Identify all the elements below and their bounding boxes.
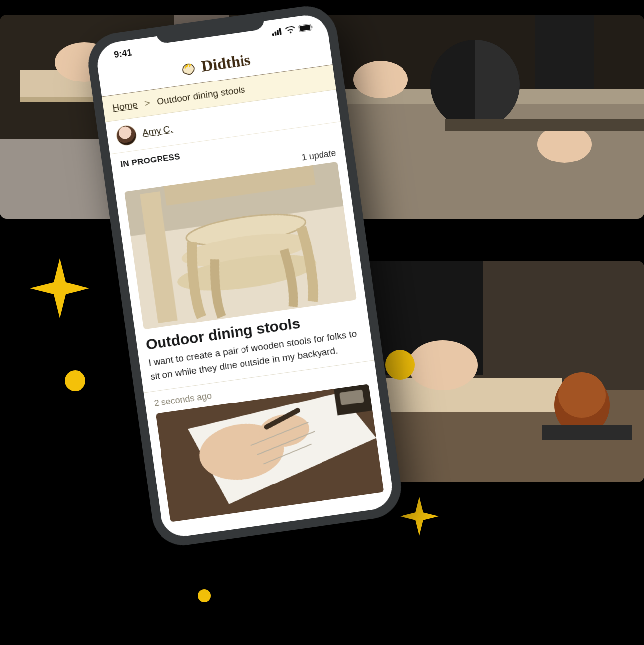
svg-point-19	[408, 340, 478, 390]
dot-icon	[65, 370, 85, 391]
svg-point-21	[558, 372, 606, 418]
sparkle-icon	[400, 497, 439, 536]
svg-rect-14	[445, 119, 644, 131]
svg-rect-28	[299, 25, 310, 31]
update-count: 1 update	[301, 148, 336, 163]
svg-rect-29	[311, 26, 313, 28]
svg-rect-26	[279, 28, 281, 35]
svg-rect-25	[277, 30, 279, 35]
dot-icon	[385, 350, 415, 380]
svg-rect-22	[542, 425, 632, 440]
dot-icon	[198, 589, 211, 602]
status-time: 9:41	[113, 47, 133, 60]
breadcrumb-home-link[interactable]: Home	[112, 99, 138, 114]
avatar	[115, 124, 138, 147]
sparkle-icon	[30, 258, 89, 318]
svg-rect-11	[535, 15, 594, 89]
cellular-signal-icon	[271, 28, 282, 36]
wifi-icon	[285, 26, 296, 34]
fist-bump-icon	[178, 58, 199, 79]
svg-rect-24	[274, 31, 277, 35]
author-name: Amy C.	[142, 123, 174, 138]
battery-icon	[298, 23, 313, 32]
svg-point-12	[353, 61, 408, 98]
chevron-right-icon: >	[144, 97, 151, 109]
brand-name: Didthis	[200, 50, 252, 76]
project-hero-image[interactable]	[124, 162, 357, 330]
svg-rect-23	[272, 33, 274, 36]
